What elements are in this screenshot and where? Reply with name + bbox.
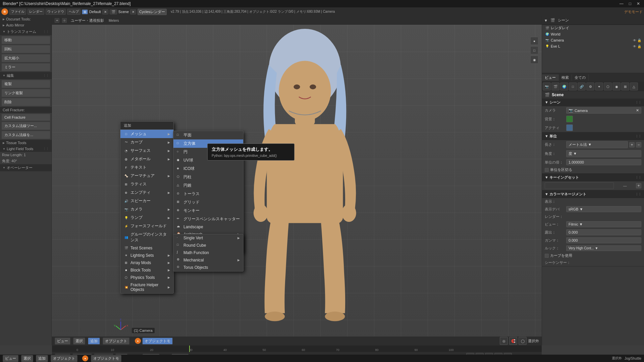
edit-section[interactable]: ▼ 編集 ⋮⋮	[0, 72, 52, 79]
sb-view-btn[interactable]: ビュー	[3, 355, 18, 362]
sb-object-mode[interactable]: オブジェクトモ	[91, 355, 121, 362]
render-mode-btn[interactable]: ◎	[62, 18, 67, 23]
menu-text[interactable]: F テキスト	[120, 163, 173, 172]
display-device-select[interactable]: sRGB ▼	[566, 206, 641, 212]
menu-group-instance[interactable]: 👥 グループのインスタンス	[120, 230, 173, 244]
mirror-button[interactable]: ミラー	[1, 63, 50, 71]
maximize-button[interactable]: □	[628, 1, 633, 6]
texture-props-icon[interactable]: ⊞	[621, 82, 629, 90]
extra-single-vert[interactable]: · Single Vert ▶	[173, 234, 243, 242]
menu-curve[interactable]: 〜 カーブ ▶	[120, 138, 173, 146]
menu-surface[interactable]: ◔ サーフェス ▶	[120, 146, 173, 155]
keying-section-header[interactable]: ▼ キーイングセット ⋮⋮	[542, 174, 644, 181]
file-menu[interactable]: ファイル	[9, 9, 26, 15]
render-menu[interactable]: レンダー	[28, 9, 44, 15]
mesh-cylinder[interactable]: ⬡ 円柱	[173, 173, 243, 181]
scene-icon-btn[interactable]: 🎬	[110, 9, 117, 14]
world-props-icon[interactable]: 🌍	[560, 82, 568, 90]
exposure-input[interactable]: 0.000	[566, 229, 641, 235]
view-btn[interactable]: ビュー	[55, 338, 70, 345]
mesh-gpencil-scatter[interactable]: ✏ グリースペンシルスキャッター	[173, 215, 243, 223]
units-section-header[interactable]: ▼ 単位 ⋮⋮	[542, 132, 644, 140]
overlayer-section[interactable]: ▼ オベーレーター	[0, 164, 52, 171]
lightfield-section[interactable]: ▼ Light Field Tools ⋮⋮	[0, 146, 52, 152]
menu-fracture-helper[interactable]: 💥 Fracture Helper Objects ▶	[120, 281, 173, 293]
outliner-item-world[interactable]: 🌍 World	[542, 31, 644, 37]
menu-empty[interactable]: ⊕ エンプティ ▶	[120, 188, 173, 197]
tab-view[interactable]: ビュー	[542, 74, 559, 81]
layout-close[interactable]: ✕	[102, 9, 108, 14]
help-menu[interactable]: ヘルプ	[67, 9, 80, 15]
tab-all[interactable]: 全ての	[572, 74, 589, 81]
cell-fracture-section[interactable]: Cell Fracture:	[0, 107, 52, 113]
menu-speaker[interactable]: 🔊 スピーカー	[120, 197, 173, 205]
color-mgmt-header[interactable]: ▼ カラーマネージメント ⋮⋮	[542, 190, 644, 198]
tab-search[interactable]: 検索	[559, 74, 572, 81]
custom-normals-button[interactable]: カスタム法線ツー...	[1, 122, 50, 130]
menu-lighting-sets[interactable]: ☀ Lighting Sets ▶	[120, 252, 173, 259]
mesh-monkey[interactable]: ⊛ モンキー	[173, 206, 243, 215]
link-duplicate-button[interactable]: リンク複製	[1, 89, 50, 97]
window-menu[interactable]: ウィンドウ	[46, 9, 66, 15]
object-btn[interactable]: オブジェクト	[103, 338, 129, 345]
add-btn[interactable]: 追加	[88, 338, 100, 345]
extra-torus-objects[interactable]: ⊙ Torus Objects	[173, 264, 243, 271]
menu-array-mods[interactable]: ⊞ Array Mods ▶	[120, 259, 173, 266]
menu-metaball[interactable]: ◍ メタボール ▶	[120, 155, 173, 163]
custom-normals2-button[interactable]: カスタム法線を...	[1, 131, 50, 139]
active-color-swatch[interactable]	[566, 124, 573, 131]
pivot-btn[interactable]: ◎	[500, 337, 508, 345]
length-select[interactable]: メートル法 ▼	[566, 141, 628, 148]
menu-force[interactable]: ⚡ フォースフィールド	[120, 222, 173, 230]
extra-round-cube[interactable]: □ Round Cube	[173, 242, 243, 249]
cell-fracture-button[interactable]: Cell Fracture	[1, 114, 50, 121]
outliner-item-lamp[interactable]: 💡 Eve L 👁 🔒	[542, 43, 644, 49]
angle-select[interactable]: 度 ▼	[566, 150, 641, 157]
extra-math-function[interactable]: ∫ Math Function	[173, 249, 243, 256]
move-button[interactable]: 移動	[1, 36, 50, 44]
look-select[interactable]: Very High Cont... ▼	[566, 245, 641, 251]
snap-btn[interactable]: 🧲	[509, 337, 517, 345]
tissue-section[interactable]: ▶ Tissue Tools	[0, 140, 52, 146]
background-color-swatch[interactable]	[566, 116, 573, 122]
solid-shading-btn[interactable]: ●	[530, 37, 538, 45]
material-props-icon[interactable]: ◉	[612, 82, 621, 90]
view-transform-select[interactable]: Filmic ▼	[566, 221, 641, 227]
menu-test-scenes[interactable]: 🎬 Test Scenes	[120, 244, 173, 252]
select-btn[interactable]: 選択	[73, 338, 85, 345]
proportional-btn[interactable]: ◯	[519, 337, 527, 345]
wire-shading-btn[interactable]: □	[530, 46, 538, 54]
data-props-icon[interactable]: △	[630, 82, 638, 90]
mesh-plane[interactable]: □ 平面	[173, 131, 243, 139]
render-engine[interactable]: Cyclesレンダー	[138, 9, 167, 15]
layout-select[interactable]: ⊞	[82, 9, 88, 14]
gamma-input[interactable]: 0.000	[566, 237, 641, 243]
rendered-shading-btn[interactable]: ◉	[530, 56, 538, 64]
menu-lattice[interactable]: ⊞ ラティス	[120, 180, 173, 188]
unit-scale-input[interactable]: 1.000000	[566, 159, 641, 165]
extra-mechanical[interactable]: ⚙ Mechanical ▶	[173, 256, 243, 264]
menu-armature[interactable]: 🦴 アーマチュア ▶	[120, 172, 173, 180]
transform-section[interactable]: ▼ トランスフォーム ⋮⋮	[0, 28, 52, 35]
mesh-grid[interactable]: ⊞ グリッド	[173, 198, 243, 206]
rotate-button[interactable]: 回転	[1, 45, 50, 53]
mesh-cone[interactable]: △ 円錐	[173, 181, 243, 190]
keying-input[interactable]	[545, 182, 614, 189]
outliner-item-scene[interactable]: 🎬 レンダレイ	[542, 25, 644, 31]
menu-physics-tools[interactable]: ⬡ Physics Tools ▶	[120, 274, 173, 281]
close-button[interactable]: ✕	[635, 1, 641, 6]
outliner-item-camera[interactable]: 📷 Camera 👁 🔒	[542, 37, 644, 43]
scale-button[interactable]: 拡大縮小	[1, 54, 50, 62]
particle-props-icon[interactable]: ✦	[595, 82, 603, 90]
scene-close[interactable]: ✕	[130, 9, 136, 14]
automirror-section[interactable]: ▶ Auto Mirror	[0, 22, 52, 28]
render-props-icon[interactable]: 📷	[543, 82, 551, 90]
length-plus[interactable]: +	[629, 142, 635, 147]
mesh-icosphere[interactable]: ◈ ICO球	[173, 165, 243, 173]
scene-section-header[interactable]: ▼ シーン ⋮⋮	[542, 99, 644, 106]
separate-units-checkbox[interactable]	[545, 168, 549, 172]
menu-mesh[interactable]: □ メッシュ ▶	[120, 130, 173, 138]
mesh-landscape[interactable]: ⛰ Landscape	[173, 223, 243, 231]
menu-camera[interactable]: 📷 カメラ ▶	[120, 205, 173, 214]
delete-button[interactable]: 削除	[1, 98, 50, 106]
